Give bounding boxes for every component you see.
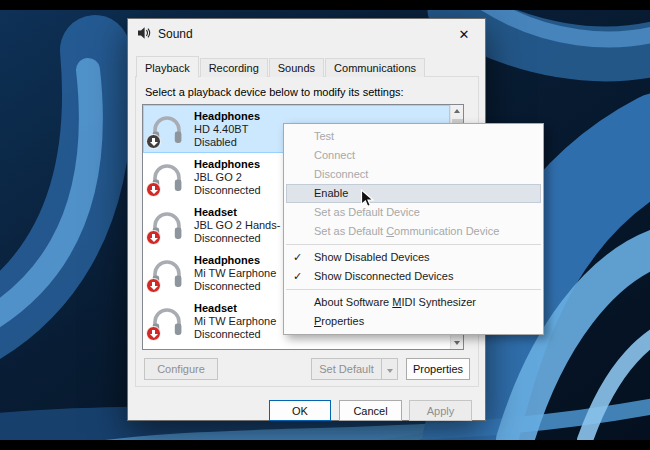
- headphones-icon: [149, 111, 185, 147]
- headphones-icon: [149, 159, 185, 195]
- set-default-button[interactable]: Set Default: [311, 358, 381, 380]
- set-default-split-button[interactable]: Set Default: [311, 358, 398, 380]
- menu-separator: [286, 289, 541, 290]
- letterbox-bottom: [0, 440, 650, 450]
- cancel-button[interactable]: Cancel: [339, 400, 402, 421]
- tab-playback[interactable]: Playback: [136, 56, 199, 78]
- tab-recording[interactable]: Recording: [200, 58, 268, 77]
- apply-button[interactable]: Apply: [409, 400, 472, 421]
- device-status: Disconnected: [194, 232, 280, 245]
- instruction-text: Select a playback device below to modify…: [145, 86, 404, 98]
- disconnected-badge-icon: [146, 326, 161, 341]
- menu-item-properties[interactable]: Properties: [284, 312, 543, 331]
- speaker-icon: [137, 26, 151, 42]
- ok-button[interactable]: OK: [269, 400, 331, 421]
- tab-sounds[interactable]: Sounds: [269, 58, 324, 77]
- scroll-up-icon[interactable]: [451, 105, 464, 118]
- device-model: Mi TW Earphone: [194, 315, 276, 328]
- configure-button[interactable]: Configure: [144, 358, 218, 380]
- disconnected-badge-icon: [146, 182, 161, 197]
- headset-icon: [149, 207, 185, 243]
- device-name: Headset: [194, 302, 276, 315]
- disconnected-badge-icon: [146, 230, 161, 245]
- device-context-menu: Test Connect Disconnect Enable Set as De…: [283, 123, 544, 335]
- device-status: Disconnected: [194, 328, 276, 341]
- mouse-cursor-icon: [360, 189, 375, 213]
- tab-strip: Playback Recording Sounds Communications: [136, 55, 426, 77]
- menu-item-test[interactable]: Test: [284, 127, 543, 146]
- disconnected-badge-icon: [146, 278, 161, 293]
- menu-item-set-as-default-device[interactable]: Set as Default Device: [284, 203, 543, 222]
- window-title: Sound: [158, 27, 193, 41]
- menu-item-disconnect[interactable]: Disconnect: [284, 165, 543, 184]
- device-status: Disabled: [194, 136, 260, 149]
- set-default-dropdown-button[interactable]: [381, 358, 398, 380]
- headphones-icon: [149, 255, 185, 291]
- checkmark-icon: ✓: [293, 267, 302, 286]
- device-model: Mi TW Earphone: [194, 267, 276, 280]
- device-status: Disconnected: [194, 280, 276, 293]
- device-model: JBL GO 2: [194, 171, 261, 184]
- menu-item-about-software-midi-synthesizer[interactable]: About Software MIDI Synthesizer: [284, 293, 543, 312]
- title-bar: Sound ✕: [128, 19, 485, 49]
- menu-item-connect[interactable]: Connect: [284, 146, 543, 165]
- disabled-badge-icon: [146, 134, 161, 149]
- device-name: Headset: [194, 206, 280, 219]
- screen: Sound ✕ Playback Recording Sounds Commun…: [0, 0, 650, 450]
- scroll-down-icon[interactable]: [451, 336, 464, 349]
- properties-button[interactable]: Properties: [406, 358, 470, 380]
- menu-item-show-disabled-devices[interactable]: ✓Show Disabled Devices: [284, 248, 543, 267]
- chevron-down-icon: [387, 369, 393, 373]
- headset-icon: [149, 303, 185, 339]
- menu-item-enable[interactable]: Enable: [286, 184, 541, 203]
- menu-item-set-as-default-communication-device[interactable]: Set as Default Communication Device: [284, 222, 543, 241]
- checkmark-icon: ✓: [293, 248, 302, 267]
- device-name: Headphones: [194, 158, 261, 171]
- menu-item-show-disconnected-devices[interactable]: ✓Show Disconnected Devices: [284, 267, 543, 286]
- menu-separator: [286, 244, 541, 245]
- tab-communications[interactable]: Communications: [325, 58, 425, 77]
- device-model: HD 4.40BT: [194, 123, 260, 136]
- close-button[interactable]: ✕: [443, 19, 485, 49]
- letterbox-top: [0, 0, 650, 10]
- device-name: Headphones: [194, 254, 276, 267]
- device-model: JBL GO 2 Hands-: [194, 219, 280, 232]
- device-status: Disconnected: [194, 184, 261, 197]
- device-name: Headphones: [194, 110, 260, 123]
